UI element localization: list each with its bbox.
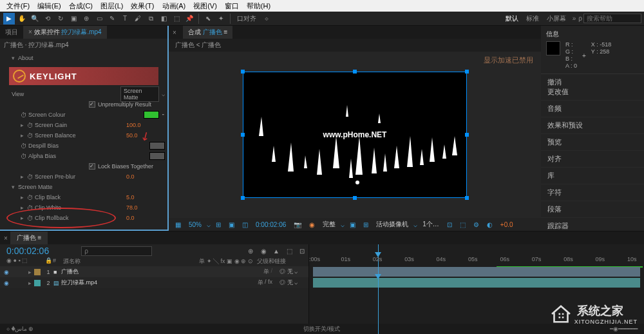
bbox-handle[interactable] (465, 196, 469, 200)
exposure-icon[interactable]: ◐ (484, 221, 495, 228)
effects-presets-panel[interactable]: 效果和预设 (541, 117, 644, 134)
layer-mode[interactable]: 单 (263, 268, 269, 276)
stopwatch-icon[interactable]: ⏱ (21, 112, 28, 119)
orbit-tool-icon[interactable]: ⟲ (42, 13, 53, 25)
local-axis-icon[interactable]: ⬉ (202, 13, 214, 25)
stopwatch-icon[interactable]: ⏱ (27, 122, 35, 129)
chevron-down-icon[interactable]: ⌵ (207, 221, 211, 228)
expand-icon[interactable]: ▸ (21, 194, 27, 201)
selection-tool-icon[interactable]: ▶ (3, 13, 15, 25)
bbox-handle[interactable] (353, 70, 357, 74)
bbox-handle[interactable] (465, 70, 469, 74)
track-bar[interactable] (313, 267, 640, 277)
expand-icon[interactable]: ▸ (21, 215, 27, 221)
workspace-small[interactable]: 小屏幕 (543, 14, 570, 23)
screen-preblur-value[interactable]: 0.0 (126, 173, 165, 180)
visibility-icon[interactable]: ◉ (4, 280, 13, 286)
effect-controls-tab[interactable]: × 效果控件 控刀绿幕.mp4 (23, 26, 107, 39)
clip-white-value[interactable]: 78.0 (126, 204, 165, 211)
quality-dropdown[interactable]: 完整 (320, 220, 338, 229)
snap-toggle[interactable]: 口对齐 (233, 14, 260, 23)
layer-fx[interactable]: / fx (265, 279, 272, 287)
bbox-handle[interactable] (241, 133, 245, 137)
text-tool-icon[interactable]: T (119, 13, 131, 25)
chevron-down-icon[interactable]: ⌵ (162, 91, 165, 97)
exposure-value[interactable]: +0.0 (498, 221, 516, 228)
camera-dropdown[interactable]: 活动摄像机 (374, 220, 411, 229)
tl-opt4-icon[interactable]: ⬚ (283, 245, 295, 257)
panel-menu-icon[interactable]: × (4, 235, 8, 242)
menu-edit[interactable]: 编辑(E) (33, 0, 65, 12)
clone-tool-icon[interactable]: ⧉ (145, 13, 156, 25)
eyedropper-icon[interactable]: ⁃ (162, 112, 165, 118)
align-panel[interactable]: 对齐 (541, 151, 644, 168)
v4-icon[interactable]: ⬚ (457, 221, 468, 228)
chevron-down-icon[interactable]: ⌵ (341, 221, 345, 228)
hand-tool-icon[interactable]: ✋ (16, 13, 28, 25)
bbox-handle[interactable] (241, 70, 245, 74)
composition-viewer[interactable]: 显示加速已禁用 (169, 52, 541, 218)
guides-icon[interactable]: ▣ (226, 221, 237, 228)
camera-tool-icon[interactable]: ▣ (68, 13, 79, 25)
layer-name[interactable]: 广播色 (61, 268, 263, 276)
tl-opt2-icon[interactable]: ◉ (258, 245, 269, 257)
expand-about-icon[interactable]: ▾ (12, 55, 18, 61)
rotate-tool-icon[interactable]: ↻ (55, 13, 66, 25)
stopwatch-icon[interactable]: ⏱ (27, 194, 35, 201)
layer-mode[interactable]: 单 (258, 279, 263, 287)
expand-icon[interactable]: ▸ (21, 204, 27, 211)
character-panel[interactable]: 字符 (541, 184, 644, 201)
layer-row[interactable]: ◉ ▸ 2 ▤ 控刀绿幕.mp4 单 / fx ◎ 无 ⌵ (0, 277, 308, 288)
despill-bias-swatch[interactable] (149, 142, 165, 150)
panel-menu-icon[interactable]: × (173, 29, 180, 36)
roto-tool-icon[interactable]: ⬚ (171, 13, 182, 25)
stopwatch-icon[interactable]: ⏱ (27, 204, 35, 211)
expand-icon[interactable]: ▸ (21, 122, 27, 128)
views-dropdown[interactable]: 1个… (420, 220, 442, 229)
unpremultiply-checkbox[interactable] (89, 101, 95, 108)
view1-icon[interactable]: ▣ (347, 221, 358, 228)
screen-gain-value[interactable]: 100.0 (126, 122, 165, 128)
zoom-dropdown[interactable]: 50% (186, 221, 204, 228)
timeline-search-input[interactable] (81, 246, 152, 256)
help-search-input[interactable] (583, 14, 641, 23)
project-tab[interactable]: 项目 (0, 26, 23, 39)
resolution-icon[interactable]: ⊞ (213, 221, 223, 228)
alpha-toggle-icon[interactable]: ▦ (173, 221, 184, 228)
current-time[interactable]: 0:00:02:06 (0, 244, 55, 257)
col-parent[interactable]: 父级和链接 (257, 257, 302, 266)
puppet-tool-icon[interactable]: 📌 (184, 13, 195, 25)
time-ruler[interactable]: :00s01s02s03s04s05s06s07s08s09s10s (309, 244, 644, 266)
brush-tool-icon[interactable]: 🖌 (132, 13, 144, 25)
screen-colour-swatch[interactable] (144, 111, 159, 119)
zoom-tool-icon[interactable]: 🔍 (29, 13, 41, 25)
clip-black-value[interactable]: 5.0 (126, 194, 165, 201)
paragraph-panel[interactable]: 段落 (541, 201, 644, 218)
parent-dropdown[interactable]: ◎ 无 ⌵ (272, 268, 305, 276)
library-panel[interactable]: 库 (541, 168, 644, 184)
col-source-name[interactable]: 源名称 (63, 257, 199, 266)
expand-icon[interactable]: ▸ (21, 132, 27, 139)
menu-anim[interactable]: 动画(A) (158, 0, 190, 12)
timeline-tab[interactable]: 广播色 ≡ (10, 231, 48, 244)
eraser-tool-icon[interactable]: ◧ (158, 13, 169, 25)
menu-view[interactable]: 视图(V) (189, 0, 221, 12)
preview-panel[interactable]: 预览 (541, 134, 644, 151)
workspace-standard[interactable]: 标准 (522, 14, 543, 23)
menu-effect[interactable]: 效果(T) (127, 0, 158, 12)
tl-opt3-icon[interactable]: ▲ (270, 245, 282, 257)
alpha-bias-swatch[interactable] (149, 152, 165, 160)
parent-dropdown[interactable]: ◎ 无 ⌵ (272, 279, 305, 287)
tl-opt5-icon[interactable]: ⊡ (296, 245, 308, 257)
view2-icon[interactable]: ⊞ (361, 221, 371, 228)
v5-icon[interactable]: ⚙ (471, 221, 482, 228)
bbox-handle[interactable] (353, 196, 357, 200)
stopwatch-icon[interactable]: ⏱ (27, 173, 35, 181)
bbox-handle[interactable] (465, 133, 469, 137)
lock-biases-checkbox[interactable] (89, 163, 95, 170)
expand-icon[interactable]: ▸ (21, 173, 27, 180)
layer-row[interactable]: ◉ ▸ 1 ■ 广播色 单 / ◎ 无 ⌵ (0, 266, 308, 277)
undo-panel[interactable]: 撤消 更改值 (541, 74, 644, 101)
stopwatch-icon[interactable]: ⏱ (27, 132, 35, 139)
pen-tool-icon[interactable]: ✎ (106, 13, 118, 25)
